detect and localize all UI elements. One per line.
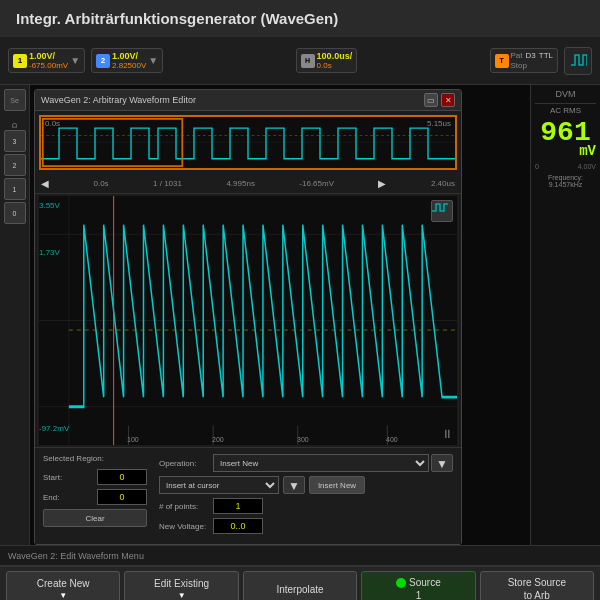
start-label: Start: — [43, 473, 93, 482]
points-input[interactable] — [213, 498, 263, 514]
pause-icon[interactable]: ⏸ — [441, 427, 453, 441]
t-indicator: T — [495, 54, 509, 68]
se-label: Se — [10, 97, 19, 104]
new-voltage-input[interactable] — [213, 518, 263, 534]
waveform-editor-title-buttons: ▭ ✕ — [424, 93, 455, 107]
sidebar-se-btn[interactable]: Se — [4, 89, 26, 111]
voltage-top-label: 3.55V — [39, 201, 60, 210]
ch1-scale: 1.00V/ — [29, 51, 68, 61]
voltage-row: New Voltage: — [159, 518, 453, 534]
create-new-arrow: ▼ — [59, 591, 67, 600]
nav-bar: ◀ 0.0s 1 / 1031 4.995ns -16.65mV ▶ 2.40u… — [35, 174, 461, 194]
bottom-status-text: WaveGen 2: Edit Waveform Menu — [8, 551, 144, 561]
mini-time-end: 5.15us — [427, 119, 451, 128]
h-indicator: H — [301, 54, 315, 68]
main-waveform-svg — [39, 196, 457, 445]
waveform-editor-minimize-btn[interactable]: ▭ — [424, 93, 438, 107]
edit-existing-arrow: ▼ — [178, 591, 186, 600]
insert-cursor-dropdown-btn[interactable]: ▼ — [283, 476, 305, 494]
mini-waveform: 0.0s 5.15us — [39, 115, 457, 170]
store-source-button[interactable]: Store Source to Arb — [480, 571, 594, 600]
voltage-bot-label: -97.2mV — [39, 424, 69, 433]
main-area: Se D 3 2 1 0 WaveGen 2: Arbitrary Wavefo… — [0, 85, 600, 545]
insert-cursor-row: Insert at cursor ▼ Insert New — [159, 476, 453, 494]
points-label: # of points: — [159, 502, 209, 511]
title-bar: Integr. Arbiträrfunktionsgenerator (Wave… — [0, 0, 600, 37]
operation-dropdown-btn[interactable]: ▼ — [431, 454, 453, 472]
sidebar-d0[interactable]: 0 — [4, 202, 26, 224]
sidebar-d2[interactable]: 2 — [4, 154, 26, 176]
x-label-200: 200 — [212, 436, 224, 443]
x-label-100: 100 — [127, 436, 139, 443]
page-title: Integr. Arbiträrfunktionsgenerator (Wave… — [16, 10, 338, 27]
trigger-mode: TTL — [539, 51, 553, 60]
insert-cursor-select[interactable]: Insert at cursor — [159, 476, 279, 494]
points-row: # of points: — [159, 498, 453, 514]
dvm-panel: DVM AC RMS 961 mV 0 4.00V Frequency: 9.1… — [530, 85, 600, 545]
source-label: Source — [409, 577, 441, 588]
trigger-d: D3 — [526, 51, 536, 60]
operation-select[interactable]: Insert New — [213, 454, 429, 472]
end-label: End: — [43, 493, 93, 502]
start-input[interactable] — [97, 469, 147, 485]
left-sidebar: Se D 3 2 1 0 — [0, 85, 30, 545]
main-waveform-display: 3.55V 1.73V -97.2mV — [39, 196, 457, 445]
interpolate-label: Interpolate — [276, 584, 323, 595]
dvm-range-low: 0 — [535, 163, 539, 170]
edit-existing-button[interactable]: Edit Existing ▼ — [124, 571, 238, 600]
x-label-300: 300 — [297, 436, 309, 443]
dvm-ac-rms-label: AC RMS — [535, 106, 596, 115]
nav-left-time: 0.0s — [93, 179, 108, 188]
voltage-mid-label: 1.73V — [39, 248, 60, 257]
d-label: D — [11, 123, 18, 128]
nav-right-arrow[interactable]: ▶ — [378, 178, 386, 189]
dvm-title: DVM — [535, 89, 596, 99]
scope-area: WaveGen 2: Arbitrary Waveform Editor ▭ ✕… — [30, 85, 530, 545]
ch2-chevron: ▼ — [148, 55, 158, 66]
nav-left-arrow[interactable]: ◀ — [41, 178, 49, 189]
h-offset: 0.0s — [317, 61, 353, 70]
waveform-editor-close-btn[interactable]: ✕ — [441, 93, 455, 107]
interpolate-button[interactable]: Interpolate — [243, 571, 357, 600]
h-group[interactable]: H 100.0us/ 0.0s — [296, 48, 358, 73]
end-field-row: End: — [43, 489, 147, 505]
nav-right-time: 2.40us — [431, 179, 455, 188]
operation-label: Operation: — [159, 459, 209, 468]
wavegen-icon-group[interactable] — [564, 47, 592, 75]
ch2-group[interactable]: 2 1.00V/ 2.82500V ▼ — [91, 48, 163, 73]
ch1-indicator: 1 — [13, 54, 27, 68]
operation-col: Operation: Insert New ▼ Insert at cursor — [159, 454, 453, 534]
create-new-button[interactable]: Create New ▼ — [6, 571, 120, 600]
ch1-group[interactable]: 1 1.00V/ -675.00mV ▼ — [8, 48, 85, 73]
waveform-shape-btn[interactable] — [431, 200, 453, 222]
trigger-group[interactable]: T Pat D3 TTL Stop — [490, 48, 558, 73]
source-indicator-row: Source — [396, 577, 441, 588]
bottom-status: WaveGen 2: Edit Waveform Menu — [0, 545, 600, 565]
waveform-shape-icon — [432, 201, 452, 221]
ch2-indicator: 2 — [96, 54, 110, 68]
end-input[interactable] — [97, 489, 147, 505]
clear-button[interactable]: Clear — [43, 509, 147, 527]
controls-main-row: Selected Region: Start: End: Clear — [43, 454, 453, 534]
ch1-offset: -675.00mV — [29, 61, 68, 70]
x-label-400: 400 — [386, 436, 398, 443]
trigger-label: Pat — [511, 51, 523, 60]
ch2-offset: 2.82500V — [112, 61, 146, 70]
new-voltage-label: New Voltage: — [159, 522, 209, 531]
edit-existing-label: Edit Existing — [154, 578, 209, 589]
insert-new-button[interactable]: Insert New — [309, 476, 365, 494]
selected-region-col: Selected Region: Start: End: Clear — [43, 454, 147, 534]
store-source-sub: to Arb — [524, 590, 550, 600]
editor-controls: Selected Region: Start: End: Clear — [35, 447, 461, 544]
sidebar-d1[interactable]: 1 — [4, 178, 26, 200]
selected-region-label: Selected Region: — [43, 454, 147, 463]
waveform-editor-titlebar: WaveGen 2: Arbitrary Waveform Editor ▭ ✕ — [35, 90, 461, 111]
source-button[interactable]: Source 1 — [361, 571, 475, 600]
dvm-unit: mV — [535, 143, 596, 159]
source-led — [396, 578, 406, 588]
start-field-row: Start: — [43, 469, 147, 485]
ch1-chevron: ▼ — [70, 55, 80, 66]
ch2-scale: 1.00V/ — [112, 51, 146, 61]
sidebar-d3[interactable]: 3 — [4, 130, 26, 152]
dvm-range-high: 4.00V — [578, 163, 596, 170]
